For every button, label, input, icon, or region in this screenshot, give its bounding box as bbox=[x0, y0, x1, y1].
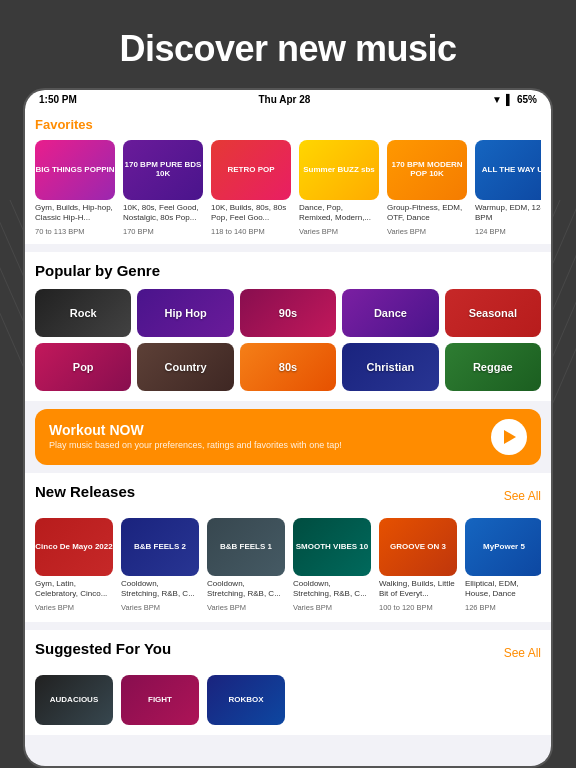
suggested-see-all[interactable]: See All bbox=[504, 646, 541, 660]
fav-thumbnail: BIG THINGS POPPIN bbox=[35, 140, 115, 200]
release-item[interactable]: B&B FEELS 2 Cooldown, Stretching, R&B, C… bbox=[121, 518, 199, 612]
fav-bpm: Varies BPM bbox=[299, 227, 379, 236]
genre-tile-80s[interactable]: 80s bbox=[240, 343, 336, 391]
genre-tile-90s[interactable]: 90s bbox=[240, 289, 336, 337]
app-content: Favorites BIG THINGS POPPIN Gym, Builds,… bbox=[25, 109, 551, 766]
releases-section: New Releases See All Cinco De Mayo 2022 … bbox=[25, 473, 551, 622]
fav-desc: 10K, Builds, 80s, 80s Pop, Feel Goo... bbox=[211, 203, 291, 224]
workout-banner[interactable]: Workout NOW Play music based on your pre… bbox=[35, 409, 541, 465]
fav-thumbnail: RETRO POP bbox=[211, 140, 291, 200]
release-item[interactable]: MyPower 5 Elliptical, EDM, House, Dance … bbox=[465, 518, 541, 612]
workout-title: Workout NOW bbox=[49, 422, 342, 438]
releases-title: New Releases bbox=[35, 483, 135, 500]
release-bpm: Varies BPM bbox=[293, 603, 371, 612]
release-thumbnail: B&B FEELS 1 bbox=[207, 518, 285, 576]
suggested-title: Suggested For You bbox=[35, 640, 171, 657]
status-time: 1:50 PM bbox=[39, 94, 77, 105]
release-thumbnail: MyPower 5 bbox=[465, 518, 541, 576]
genre-grid: RockHip Hop90sDanceSeasonalPopCountry80s… bbox=[35, 289, 541, 391]
favorites-item[interactable]: ALL THE WAY UP Warmup, EDM, 124 BPM 124 … bbox=[475, 140, 541, 236]
genre-tile-rock[interactable]: Rock bbox=[35, 289, 131, 337]
favorites-item[interactable]: Summer BUZZ sbs Dance, Pop, Remixed, Mod… bbox=[299, 140, 379, 236]
release-thumbnail: GROOVE ON 3 bbox=[379, 518, 457, 576]
release-bpm: Varies BPM bbox=[121, 603, 199, 612]
genre-tile-christian[interactable]: Christian bbox=[342, 343, 438, 391]
release-item[interactable]: B&B FEELS 1 Cooldown, Stretching, R&B, C… bbox=[207, 518, 285, 612]
suggested-item[interactable]: ROKBOX bbox=[207, 675, 285, 725]
release-thumbnail: B&B FEELS 2 bbox=[121, 518, 199, 576]
wifi-icon: ▼ bbox=[492, 94, 502, 105]
genre-section-title: Popular by Genre bbox=[35, 262, 541, 279]
genre-section: Popular by Genre RockHip Hop90sDanceSeas… bbox=[25, 252, 551, 401]
release-desc: Cooldown, Stretching, R&B, C... bbox=[121, 579, 199, 600]
suggested-header: Suggested For You See All bbox=[35, 640, 541, 667]
fav-thumbnail: Summer BUZZ sbs bbox=[299, 140, 379, 200]
release-thumbnail: Cinco De Mayo 2022 bbox=[35, 518, 113, 576]
release-desc: Gym, Latin, Celebratory, Cinco... bbox=[35, 579, 113, 600]
releases-see-all[interactable]: See All bbox=[504, 489, 541, 503]
fav-bpm: Varies BPM bbox=[387, 227, 467, 236]
fav-bpm: 170 BPM bbox=[123, 227, 203, 236]
workout-text: Workout NOW Play music based on your pre… bbox=[49, 422, 342, 452]
status-right: ▼ ▌ 65% bbox=[492, 94, 537, 105]
favorites-section: Favorites BIG THINGS POPPIN Gym, Builds,… bbox=[25, 109, 551, 244]
release-thumbnail: SMOOTH VIBES 10 bbox=[293, 518, 371, 576]
favorites-item[interactable]: 170 BPM MODERN POP 10K Group-Fitness, ED… bbox=[387, 140, 467, 236]
page-title: Discover new music bbox=[20, 28, 556, 70]
genre-tile-country[interactable]: Country bbox=[137, 343, 233, 391]
suggested-item[interactable]: AUDACIOUS bbox=[35, 675, 113, 725]
device-frame: 1:50 PM Thu Apr 28 ▼ ▌ 65% Favorites BIG… bbox=[23, 88, 553, 768]
fav-desc: Dance, Pop, Remixed, Modern,... bbox=[299, 203, 379, 224]
page-header: Discover new music bbox=[0, 0, 576, 88]
battery-icon: ▌ bbox=[506, 94, 513, 105]
fav-thumbnail: 170 BPM MODERN POP 10K bbox=[387, 140, 467, 200]
favorites-label: Favorites bbox=[35, 117, 541, 132]
release-desc: Elliptical, EDM, House, Dance bbox=[465, 579, 541, 600]
fav-desc: Group-Fitness, EDM, OTF, Dance bbox=[387, 203, 467, 224]
genre-tile-hip-hop[interactable]: Hip Hop bbox=[137, 289, 233, 337]
releases-scroll[interactable]: Cinco De Mayo 2022 Gym, Latin, Celebrato… bbox=[35, 518, 541, 612]
fav-desc: Warmup, EDM, 124 BPM bbox=[475, 203, 541, 224]
battery-level: 65% bbox=[517, 94, 537, 105]
favorites-item[interactable]: 170 BPM PURE BDS 10K 10K, 80s, Feel Good… bbox=[123, 140, 203, 236]
suggested-item[interactable]: FIGHT bbox=[121, 675, 199, 725]
fav-thumbnail: ALL THE WAY UP bbox=[475, 140, 541, 200]
fav-bpm: 70 to 113 BPM bbox=[35, 227, 115, 236]
status-bar: 1:50 PM Thu Apr 28 ▼ ▌ 65% bbox=[25, 90, 551, 109]
suggested-scroll[interactable]: AUDACIOUSFIGHTROKBOX bbox=[35, 675, 541, 725]
genre-tile-reggae[interactable]: Reggae bbox=[445, 343, 541, 391]
status-date: Thu Apr 28 bbox=[258, 94, 310, 105]
favorites-item[interactable]: BIG THINGS POPPIN Gym, Builds, Hip-hop, … bbox=[35, 140, 115, 236]
fav-desc: 10K, 80s, Feel Good, Nostalgic, 80s Pop.… bbox=[123, 203, 203, 224]
releases-header: New Releases See All bbox=[35, 483, 541, 510]
fav-bpm: 118 to 140 BPM bbox=[211, 227, 291, 236]
release-item[interactable]: SMOOTH VIBES 10 Cooldown, Stretching, R&… bbox=[293, 518, 371, 612]
genre-tile-pop[interactable]: Pop bbox=[35, 343, 131, 391]
play-icon bbox=[504, 430, 516, 444]
genre-tile-dance[interactable]: Dance bbox=[342, 289, 438, 337]
release-item[interactable]: GROOVE ON 3 Walking, Builds, Little Bit … bbox=[379, 518, 457, 612]
favorites-item[interactable]: RETRO POP 10K, Builds, 80s, 80s Pop, Fee… bbox=[211, 140, 291, 236]
release-desc: Walking, Builds, Little Bit of Everyt... bbox=[379, 579, 457, 600]
release-bpm: 126 BPM bbox=[465, 603, 541, 612]
release-desc: Cooldown, Stretching, R&B, C... bbox=[207, 579, 285, 600]
release-bpm: 100 to 120 BPM bbox=[379, 603, 457, 612]
release-item[interactable]: Cinco De Mayo 2022 Gym, Latin, Celebrato… bbox=[35, 518, 113, 612]
workout-play-button[interactable] bbox=[491, 419, 527, 455]
favorites-scroll[interactable]: BIG THINGS POPPIN Gym, Builds, Hip-hop, … bbox=[35, 140, 541, 236]
fav-bpm: 124 BPM bbox=[475, 227, 541, 236]
fav-thumbnail: 170 BPM PURE BDS 10K bbox=[123, 140, 203, 200]
genre-tile-seasonal[interactable]: Seasonal bbox=[445, 289, 541, 337]
release-bpm: Varies BPM bbox=[35, 603, 113, 612]
release-bpm: Varies BPM bbox=[207, 603, 285, 612]
workout-subtitle: Play music based on your preferences, ra… bbox=[49, 440, 342, 452]
release-desc: Cooldown, Stretching, R&B, C... bbox=[293, 579, 371, 600]
fav-desc: Gym, Builds, Hip-hop, Classic Hip-H... bbox=[35, 203, 115, 224]
suggested-section: Suggested For You See All AUDACIOUSFIGHT… bbox=[25, 630, 551, 735]
